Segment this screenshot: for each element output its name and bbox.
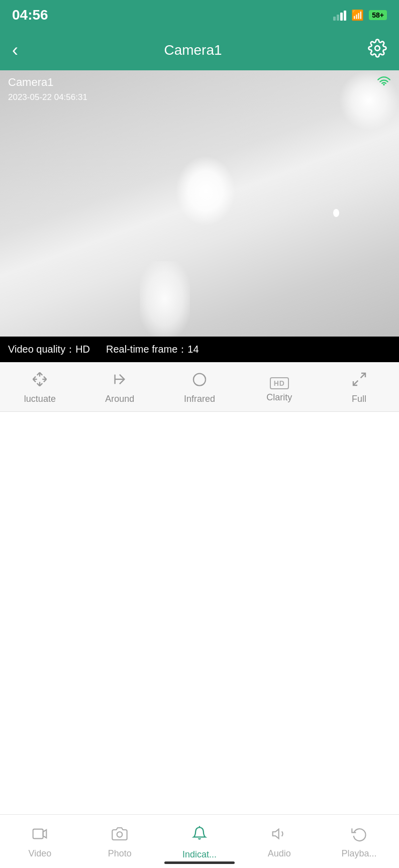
video-icon xyxy=(31,826,49,844)
nav-audio[interactable]: Audio xyxy=(249,826,310,859)
back-button[interactable]: ‹ xyxy=(12,40,18,61)
nav-audio-label: Audio xyxy=(268,848,291,859)
nav-photo[interactable]: Photo xyxy=(89,826,150,859)
video-quality-label: Video quality：HD xyxy=(8,343,90,356)
infrared-button[interactable]: Infrared xyxy=(174,371,225,404)
camera-container: Camera1 2023-05-22 04:56:31 Video qualit… xyxy=(0,70,399,362)
status-time: 04:56 xyxy=(12,7,48,23)
nav-video-label: Video xyxy=(29,848,52,859)
content-area xyxy=(0,412,399,753)
svg-point-0 xyxy=(375,46,380,51)
signal-icon xyxy=(333,10,346,21)
around-icon xyxy=(112,371,128,390)
realtime-frame-label: Real-time frame：14 xyxy=(106,343,199,356)
nav-photo-label: Photo xyxy=(108,848,132,859)
around-button[interactable]: Around xyxy=(94,371,145,404)
nav-playback[interactable]: Playba... xyxy=(329,826,389,859)
settings-button[interactable] xyxy=(368,39,387,62)
clarity-button[interactable]: HD Clarity xyxy=(254,373,305,403)
fluctuate-icon xyxy=(32,371,48,390)
toolbar: luctuate Around Infrared HD Clarity xyxy=(0,362,399,412)
camera-top-bar: Camera1 xyxy=(0,70,399,94)
infrared-icon xyxy=(191,371,208,390)
nav-video[interactable]: Video xyxy=(10,826,70,859)
home-indicator xyxy=(164,861,235,864)
svg-point-19 xyxy=(117,832,123,837)
header: ‹ Camera1 xyxy=(0,30,399,70)
camera-name-overlay: Camera1 xyxy=(8,76,53,89)
fluctuate-label: luctuate xyxy=(24,394,56,404)
camera-feed[interactable] xyxy=(0,70,399,337)
audio-icon xyxy=(271,826,287,844)
photo-icon xyxy=(111,826,128,844)
fluctuate-button[interactable]: luctuate xyxy=(15,371,65,404)
playback-icon xyxy=(351,826,368,844)
nav-playback-label: Playba... xyxy=(342,848,377,859)
svg-rect-17 xyxy=(33,829,43,839)
full-button[interactable]: Full xyxy=(334,371,384,404)
clarity-label: Clarity xyxy=(266,392,292,403)
status-icons: 📶 58+ xyxy=(333,9,387,21)
bottom-nav: Video Photo Indicat... Audio xyxy=(0,814,399,868)
indicator-icon xyxy=(191,825,208,845)
infrared-label: Infrared xyxy=(184,394,215,404)
camera-bottom-bar: Video quality：HD Real-time frame：14 xyxy=(0,337,399,362)
around-label: Around xyxy=(105,394,134,404)
camera-timestamp: 2023-05-22 04:56:31 xyxy=(8,92,87,102)
svg-line-16 xyxy=(353,381,358,385)
clarity-icon: HD xyxy=(270,373,289,388)
status-bar: 04:56 📶 58+ xyxy=(0,0,399,30)
feed-dot xyxy=(333,209,339,217)
full-label: Full xyxy=(352,394,366,404)
wifi-icon: 📶 xyxy=(351,9,364,21)
nav-indicator-label: Indicat... xyxy=(182,849,217,860)
nav-indicator[interactable]: Indicat... xyxy=(169,825,230,860)
svg-marker-21 xyxy=(272,829,278,839)
svg-marker-18 xyxy=(43,830,47,838)
camera-wifi-icon xyxy=(377,75,391,89)
page-title: Camera1 xyxy=(164,42,222,58)
battery-indicator: 58+ xyxy=(369,10,387,20)
svg-line-15 xyxy=(360,373,365,378)
fullscreen-icon xyxy=(351,371,367,390)
